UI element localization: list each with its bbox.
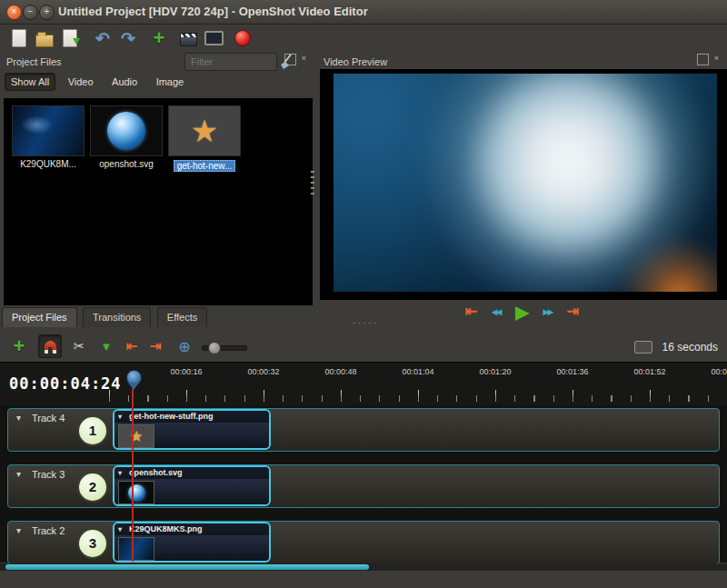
tab-transitions[interactable]: Transitions bbox=[83, 307, 151, 327]
track-chevron-icon[interactable]: ▾ bbox=[16, 413, 21, 423]
clip-k29quk8mks[interactable]: ▾ K29QUK8MKS.png bbox=[113, 522, 271, 563]
previous-marker-button[interactable]: ⇤ bbox=[120, 334, 144, 358]
filter-audio-button[interactable]: Audio bbox=[105, 73, 144, 91]
track-name: Track 4 bbox=[32, 413, 65, 424]
openshot-logo bbox=[128, 484, 145, 502]
track-chevron-icon[interactable]: ▾ bbox=[16, 469, 21, 479]
video-preview-title: Video Preview bbox=[324, 56, 387, 67]
file-item-selected[interactable]: ★ get-hot-new... bbox=[165, 105, 244, 173]
track-name: Track 3 bbox=[32, 469, 65, 480]
play-button[interactable]: ▶ bbox=[515, 304, 529, 321]
playhead-line bbox=[132, 389, 134, 562]
add-marker-button[interactable]: ▼ bbox=[95, 334, 118, 358]
save-project-button[interactable] bbox=[58, 26, 82, 50]
jump-start-button[interactable]: ⇤ bbox=[465, 304, 477, 319]
save-icon bbox=[63, 29, 77, 47]
title-bar[interactable]: × − + Untitled Project [HDV 720 24p] - O… bbox=[0, 0, 727, 25]
open-folder-icon bbox=[35, 35, 54, 47]
vertical-splitter-handle[interactable] bbox=[311, 171, 314, 196]
zoom-scale-label: 16 seconds bbox=[662, 341, 718, 354]
clip-openshot-svg[interactable]: ▾ openshot.svg bbox=[113, 465, 271, 506]
filter-show-all-button[interactable]: Show All bbox=[5, 73, 55, 91]
zoom-slider-handle[interactable] bbox=[208, 342, 221, 354]
clip-name: K29QUK8MKS.png bbox=[129, 524, 203, 533]
ruler-label: 00:00:48 bbox=[314, 367, 368, 376]
window-maximize-button[interactable]: + bbox=[39, 5, 55, 20]
ruler-label: 00:01:36 bbox=[545, 367, 600, 376]
tab-effects[interactable]: Effects bbox=[157, 307, 207, 327]
panel-close-icon[interactable]: × bbox=[299, 54, 309, 64]
project-files-header: Project Files bbox=[6, 53, 62, 69]
window-title: Untitled Project [HDV 720 24p] - OpenSho… bbox=[58, 0, 368, 23]
fast-forward-button[interactable]: ▸▸ bbox=[543, 306, 553, 317]
file-thumbnail bbox=[90, 105, 163, 156]
jump-end-button[interactable]: ⇥ bbox=[567, 304, 579, 319]
annotation-badge-1: 1 bbox=[77, 415, 108, 446]
track-chevron-icon[interactable]: ▾ bbox=[16, 525, 21, 535]
clip-name: openshot.svg bbox=[129, 468, 183, 477]
add-track-button[interactable]: + bbox=[7, 334, 31, 358]
redo-button[interactable]: ↷ bbox=[116, 26, 140, 50]
file-label: openshot.svg bbox=[87, 159, 165, 169]
ruler-label: 00:00:32 bbox=[236, 367, 291, 376]
tab-project-files[interactable]: Project Files bbox=[2, 307, 77, 327]
razor-tool-button[interactable]: ✂ bbox=[67, 334, 91, 358]
file-thumbnail bbox=[12, 105, 85, 156]
ruler-label: 00:01:52 bbox=[622, 367, 677, 376]
clip-thumbnail: ★ bbox=[118, 424, 154, 448]
fullscreen-button[interactable] bbox=[202, 26, 225, 50]
export-video-button[interactable] bbox=[231, 26, 254, 50]
next-marker-button[interactable]: ⇥ bbox=[144, 334, 167, 358]
filter-input[interactable] bbox=[184, 53, 277, 71]
import-files-button[interactable]: + bbox=[147, 26, 171, 50]
clip-chevron-icon[interactable]: ▾ bbox=[118, 411, 122, 423]
star-icon: ★ bbox=[191, 115, 218, 146]
previous-marker-icon: ⇤ bbox=[126, 338, 138, 354]
clapperboard-icon bbox=[180, 33, 197, 46]
timeline-zoom-slider[interactable] bbox=[202, 345, 247, 351]
clip-chevron-icon[interactable]: ▾ bbox=[118, 523, 122, 535]
clip-header: ▾ openshot.svg bbox=[115, 467, 269, 479]
panel-detach-icon[interactable] bbox=[697, 54, 709, 65]
clip-chevron-icon[interactable]: ▾ bbox=[118, 467, 122, 479]
snapping-toggle-button[interactable] bbox=[38, 334, 62, 358]
choose-profile-button[interactable] bbox=[176, 26, 200, 50]
ruler-label: 00:01:20 bbox=[468, 367, 523, 376]
ruler-minor-ticks bbox=[109, 395, 727, 402]
filter-video-button[interactable]: Video bbox=[62, 73, 100, 91]
marker-icon: ▼ bbox=[101, 340, 113, 354]
new-project-icon bbox=[12, 29, 26, 47]
center-playhead-button[interactable]: ⊕ bbox=[173, 334, 196, 358]
file-item[interactable]: openshot.svg bbox=[87, 105, 165, 169]
plus-icon: + bbox=[154, 28, 165, 48]
timeline-scrollbar-thumb[interactable] bbox=[5, 564, 369, 570]
playback-controls: ⇤ ◂◂ ▶ ▸▸ ⇥ bbox=[317, 300, 727, 324]
window-minimize-button[interactable]: − bbox=[23, 5, 38, 20]
clip-header: ▾ get-hot-new-stuff.png bbox=[115, 411, 269, 423]
playhead-pointer bbox=[128, 383, 139, 390]
timeline-ruler[interactable]: 00:00:04:24 00:00:16 00:00:32 00:00:48 0… bbox=[0, 362, 727, 406]
file-label: K29QUK8M... bbox=[9, 159, 87, 169]
file-item[interactable]: K29QUK8M... bbox=[9, 105, 87, 169]
ruler-label: 00:01:04 bbox=[391, 367, 445, 376]
open-project-button[interactable] bbox=[33, 26, 56, 50]
project-files-panel: Project Files × Show All Video Audio Ima… bbox=[0, 51, 314, 331]
filter-image-button[interactable]: Image bbox=[150, 73, 191, 91]
timeline-toolbar: + ✂ ▼ ⇤ ⇥ ⊕ 16 seconds bbox=[0, 333, 727, 360]
window-close-button[interactable]: × bbox=[6, 5, 22, 20]
new-project-button[interactable] bbox=[7, 26, 31, 50]
panel-close-icon[interactable]: × bbox=[712, 54, 722, 64]
plus-icon: + bbox=[14, 336, 25, 356]
openshot-window: × − + Untitled Project [HDV 720 24p] - O… bbox=[0, 0, 727, 588]
main-toolbar: ↶ ↷ + bbox=[0, 25, 727, 52]
horizontal-splitter-handle[interactable]: ····· bbox=[353, 320, 378, 325]
undo-button[interactable]: ↶ bbox=[91, 26, 115, 50]
clear-filter-button[interactable] bbox=[277, 52, 297, 72]
rewind-button[interactable]: ◂◂ bbox=[492, 306, 501, 317]
clip-get-hot-new-stuff[interactable]: ▾ get-hot-new-stuff.png ★ bbox=[113, 409, 271, 450]
timeline-scrollbar[interactable] bbox=[0, 563, 727, 571]
annotation-badge-2: 2 bbox=[77, 472, 108, 503]
scissors-icon: ✂ bbox=[74, 338, 85, 354]
timeline-tracks: ▾ Track 4 1 ▾ get-hot-new-stuff.png ★ ▾ … bbox=[0, 405, 727, 563]
file-thumbnail: ★ bbox=[168, 105, 241, 156]
